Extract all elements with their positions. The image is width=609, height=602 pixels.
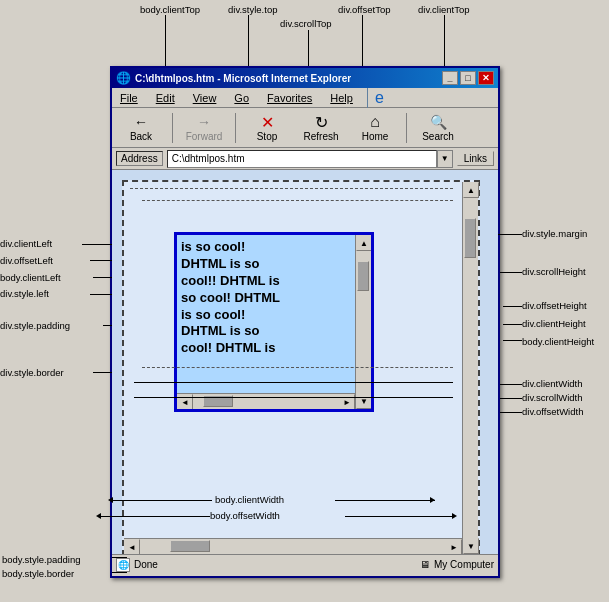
menu-file[interactable]: File	[116, 90, 142, 106]
outer-scroll-down[interactable]: ▼	[463, 538, 479, 554]
minimize-button[interactable]: _	[442, 71, 458, 85]
maximize-button[interactable]: □	[460, 71, 476, 85]
label-div-client-left: div.clientLeft	[0, 238, 52, 249]
refresh-icon: ↻	[311, 113, 331, 131]
menu-bar: File Edit View Go Favorites Help e	[112, 88, 498, 108]
outer-scroll-left[interactable]: ◄	[124, 539, 140, 555]
line-div-client-left	[82, 244, 112, 245]
menu-go[interactable]: Go	[230, 90, 253, 106]
menu-edit[interactable]: Edit	[152, 90, 179, 106]
back-button[interactable]: ← Back	[116, 110, 166, 146]
line-div-client-width	[500, 384, 522, 385]
menu-help[interactable]: Help	[326, 90, 357, 106]
outer-scrollbar-vertical[interactable]: ▲ ▼	[462, 182, 478, 554]
ie-logo: e	[367, 88, 387, 108]
label-div-style-top: div.style.top	[228, 4, 277, 15]
status-icon: 🌐	[116, 558, 130, 572]
computer-label: My Computer	[434, 559, 494, 570]
arrow-body-offset-width-right	[452, 513, 457, 519]
line-body-client-width-left	[112, 500, 212, 501]
title-buttons[interactable]: _ □ ✕	[442, 71, 494, 85]
menu-favorites[interactable]: Favorites	[263, 90, 316, 106]
outer-scroll-right[interactable]: ►	[446, 539, 462, 555]
close-button[interactable]: ✕	[478, 71, 494, 85]
line-div-style-left	[90, 294, 112, 295]
address-bar: Address C:\dhtmlpos.htm ▼ Links	[112, 148, 498, 170]
inner-scroll-up[interactable]: ▲	[356, 235, 372, 251]
line-div-style-margin	[498, 234, 522, 235]
status-bar: 🌐 Done 🖥 My Computer	[112, 554, 498, 574]
title-bar: 🌐 C:\dhtmlpos.htm - Microsoft Internet E…	[112, 68, 498, 88]
tick-div-scroll-top	[308, 30, 309, 67]
links-button[interactable]: Links	[457, 151, 494, 166]
home-label: Home	[362, 131, 389, 142]
forward-icon: →	[194, 113, 214, 131]
search-icon: 🔍	[428, 113, 448, 131]
address-label: Address	[116, 151, 163, 166]
label-div-scroll-width: div.scrollWidth	[522, 392, 583, 403]
line-div-style-padding	[103, 325, 112, 326]
arrow-body-client-width-left	[108, 497, 113, 503]
back-label: Back	[130, 131, 152, 142]
search-label: Search	[422, 131, 454, 142]
label-div-scroll-height: div.scrollHeight	[522, 266, 586, 277]
label-body-client-height: body.clientHeight	[522, 336, 594, 347]
line-body-client-width-right	[335, 500, 435, 501]
line-body-style-border	[112, 572, 127, 573]
label-div-scroll-top: div.scrollTop	[280, 18, 332, 29]
search-button[interactable]: 🔍 Search	[413, 110, 463, 146]
title-icon: 🌐	[116, 71, 131, 85]
toolbar-sep-3	[406, 113, 407, 143]
status-done-text: Done	[134, 559, 416, 570]
stop-button[interactable]: ✕ Stop	[242, 110, 292, 146]
label-body-client-top: body.clientTop	[140, 4, 200, 15]
line-div-offset-height	[503, 306, 522, 307]
margin-top-line	[130, 188, 453, 189]
address-dropdown[interactable]: ▼	[437, 150, 453, 168]
refresh-button[interactable]: ↻ Refresh	[296, 110, 346, 146]
label-div-client-height: div.clientHeight	[522, 318, 586, 329]
computer-icon: 🖥	[420, 559, 430, 570]
label-body-style-border: body.style.border	[2, 568, 74, 579]
forward-label: Forward	[186, 131, 223, 142]
label-body-style-padding: body.style.padding	[2, 554, 81, 565]
toolbar-sep-1	[172, 113, 173, 143]
label-div-style-border: div.style.border	[0, 367, 64, 378]
tick-div-offset-top	[362, 15, 363, 67]
stop-icon: ✕	[257, 113, 277, 131]
line-div-offset-left	[90, 260, 112, 261]
browser-content: is so cool! DHTML is so cool!! DHTML is …	[112, 170, 498, 574]
diagram-container: body.clientTop div.style.top div.scrollT…	[0, 0, 609, 602]
line-body-client-height	[503, 340, 522, 341]
line-body-offset-width-right	[345, 516, 455, 517]
outer-scroll-up[interactable]: ▲	[463, 182, 479, 198]
tick-div-style-top	[248, 15, 249, 67]
menu-view[interactable]: View	[189, 90, 221, 106]
toolbar-sep-2	[235, 113, 236, 143]
tick-body-client-top	[165, 15, 166, 67]
forward-button[interactable]: → Forward	[179, 110, 229, 146]
label-body-offset-width: body.offsetWidth	[210, 510, 280, 521]
inner-scrollbar-horizontal[interactable]: ◄ ►	[177, 393, 355, 409]
inner-scroll-down[interactable]: ▼	[356, 393, 372, 409]
meas-h-1	[142, 367, 453, 368]
address-input[interactable]: C:\dhtmlpos.htm	[167, 150, 437, 168]
line-div-scroll-height	[500, 272, 522, 273]
label-div-offset-left: div.offsetLeft	[0, 255, 53, 266]
meas-h-3	[134, 397, 453, 398]
outer-scrollbar-horizontal[interactable]: ◄ ►	[124, 538, 462, 554]
padding-top-line	[142, 200, 453, 201]
ie-window: 🌐 C:\dhtmlpos.htm - Microsoft Internet E…	[110, 66, 500, 578]
line-div-scroll-width	[500, 398, 522, 399]
label-div-offset-height: div.offsetHeight	[522, 300, 587, 311]
label-div-offset-top: div.offsetTop	[338, 4, 390, 15]
label-div-offset-width: div.offsetWidth	[522, 406, 583, 417]
line-body-offset-width-left	[100, 516, 210, 517]
label-body-client-width: body.clientWidth	[215, 494, 284, 505]
window-title: C:\dhtmlpos.htm - Microsoft Internet Exp…	[135, 73, 351, 84]
line-div-client-height	[503, 324, 522, 325]
arrow-body-offset-width-left	[96, 513, 101, 519]
refresh-label: Refresh	[303, 131, 338, 142]
status-computer: 🖥 My Computer	[420, 559, 494, 570]
home-button[interactable]: ⌂ Home	[350, 110, 400, 146]
